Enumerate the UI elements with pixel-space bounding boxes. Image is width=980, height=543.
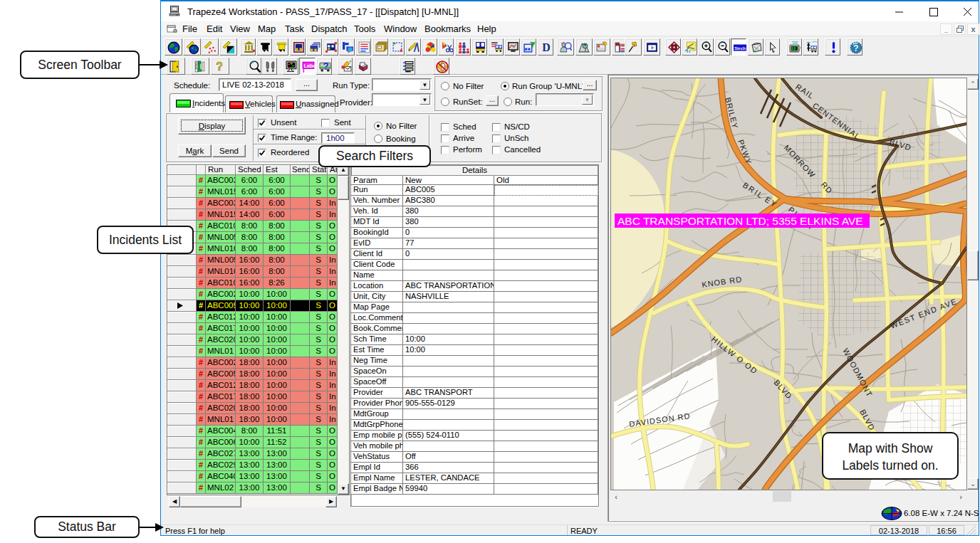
svg-text:ABC TRANSPORTATION LTD; 5355 E: ABC TRANSPORTATION LTD; 5355 ELKINS AVE (617, 215, 863, 227)
svg-text:?: ? (323, 60, 328, 72)
svg-text:Strch: Strch (734, 46, 746, 51)
svg-text:Label: Label (303, 63, 315, 69)
svg-text:D: D (542, 41, 551, 53)
svg-text:?: ? (853, 43, 859, 53)
svg-text:?: ? (216, 60, 223, 73)
